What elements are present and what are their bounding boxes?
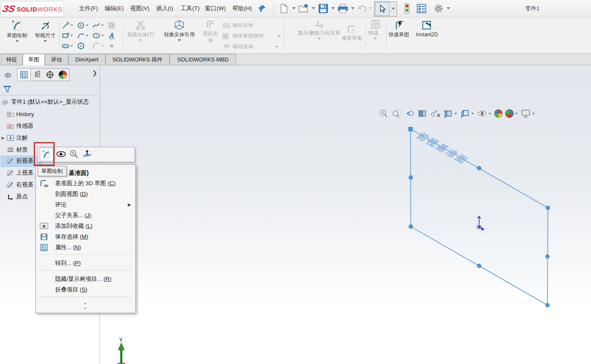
menu-item-save-selection[interactable]: 保存选择 (M) — [36, 231, 135, 242]
menu-expand-chevron-icon[interactable]: ⌄⌄ — [36, 300, 135, 310]
fillet-tool[interactable] — [91, 41, 107, 51]
view-settings-dropdown[interactable] — [532, 113, 535, 114]
save-dropdown[interactable] — [331, 7, 335, 9]
menu-view[interactable]: 视图(V) — [126, 0, 154, 17]
select-cursor-icon[interactable] — [375, 2, 389, 16]
menu-item-collapse-items[interactable]: 折叠项目 (S) — [36, 284, 135, 295]
view-orientation-dropdown[interactable] — [454, 113, 457, 114]
menu-item-comment[interactable]: 评论 ▶ — [36, 199, 135, 210]
section-view-icon[interactable] — [416, 108, 428, 119]
tab-addins[interactable]: SOLIDWORKS 插件 — [105, 54, 170, 65]
tab-sketch[interactable]: 草图 — [23, 54, 45, 65]
menu-item-parent-child[interactable]: 父子关系... (J) — [36, 210, 135, 221]
hide-show-eye-icon[interactable] — [56, 150, 66, 159]
featuremanager-tab[interactable] — [2, 69, 15, 81]
menu-item-section-view[interactable]: 剖面视图 (D) — [36, 189, 135, 199]
rectangle-tool[interactable] — [61, 30, 76, 41]
smart-dimension-dropdown[interactable] — [44, 40, 47, 42]
apply-scene-icon[interactable] — [504, 108, 519, 119]
sketch-button-dropdown[interactable] — [15, 40, 19, 42]
zoom-to-selection-icon[interactable] — [69, 149, 79, 160]
ribbon-sketch-toolbar: 草图绘制 智能尺寸 A 剪裁实体(T) — [0, 17, 591, 54]
undo-button[interactable] — [356, 2, 369, 15]
slot-tool[interactable] — [61, 41, 76, 51]
settings-dropdown[interactable] — [447, 7, 450, 9]
select-tool-group[interactable] — [374, 1, 397, 17]
open-document-button[interactable] — [297, 2, 310, 15]
tab-dimxpert[interactable]: DimXpert — [68, 54, 105, 65]
edit-appearance-icon[interactable] — [493, 108, 503, 119]
new-document-button[interactable] — [278, 2, 290, 15]
tree-item-sensors[interactable]: 传感器 — [0, 120, 99, 132]
annotation-view-icon[interactable]: A — [429, 108, 441, 119]
normal-to-icon[interactable] — [82, 149, 93, 160]
menu-tools[interactable]: 工具(T) — [176, 0, 204, 17]
tab-features[interactable]: 特征 — [1, 54, 23, 65]
menu-item-add-to-favorites[interactable]: 添加到收藏 (L) — [36, 221, 135, 231]
tree-root-part[interactable]: 零件1 (默认<<默认>_显示状态 — [0, 96, 99, 108]
history-folder-icon — [6, 111, 15, 117]
reference-triad: Y — [114, 337, 129, 364]
display-style-dropdown[interactable] — [471, 113, 474, 114]
hide-show-items-icon[interactable] — [476, 108, 492, 119]
view-settings-icon[interactable] — [520, 108, 536, 119]
propertymanager-tab[interactable] — [18, 69, 31, 81]
zoom-area-icon[interactable] — [391, 108, 403, 119]
smart-dimension-button[interactable]: 智能尺寸 — [32, 19, 59, 42]
filter-funnel-icon[interactable] — [3, 84, 12, 94]
point-tool[interactable] — [107, 41, 122, 51]
menu-help[interactable]: 帮助(H) — [228, 0, 256, 17]
arc-tool[interactable] — [76, 30, 91, 41]
apply-scene-dropdown[interactable] — [515, 113, 518, 114]
menu-edit[interactable]: 编辑(E) — [100, 0, 128, 17]
sketch-picture-tool[interactable] — [107, 20, 122, 30]
circle-tool[interactable] — [76, 20, 91, 30]
menu-insert[interactable]: 插入(I) — [152, 0, 178, 17]
menu-window[interactable]: 窗口(W) — [201, 0, 230, 17]
expand-arrow-icon[interactable]: ▶ — [0, 136, 6, 140]
menu-item-3d-sketch[interactable]: 3D 基准面上的 3D 草图 (C) — [36, 178, 135, 189]
text-tool[interactable]: A — [107, 30, 122, 41]
configurationmanager-tab[interactable] — [31, 69, 44, 81]
save-button[interactable] — [317, 2, 330, 15]
dimxpertmanager-tab[interactable] — [44, 69, 56, 81]
select-dropdown[interactable] — [392, 8, 395, 10]
trim-entities-dropdown — [139, 39, 142, 41]
options-list-icon[interactable] — [415, 2, 428, 15]
displaymanager-tab[interactable] — [56, 69, 69, 81]
ellipse-tool[interactable] — [91, 30, 107, 41]
menu-item-properties[interactable]: 属性... (N) — [36, 242, 135, 253]
svg-text:A: A — [437, 113, 440, 118]
menu-file[interactable]: 文件(F) — [75, 0, 102, 17]
plane-icon — [6, 182, 15, 188]
tree-item-history[interactable]: History — [0, 108, 99, 120]
line-tool[interactable] — [61, 20, 76, 30]
display-style-icon[interactable] — [459, 108, 475, 119]
sketch-button[interactable]: 草图绘制 — [3, 19, 31, 42]
menu-bar: ЗS SOLIDWORKS 文件(F) 编辑(E) 视图(V) 插入(I) 工具… — [0, 0, 591, 17]
convert-entities-dropdown[interactable] — [178, 39, 181, 41]
tab-evaluate[interactable]: 评估 — [45, 54, 68, 65]
tab-mbd[interactable]: SOLIDWORKS MBD — [170, 54, 236, 65]
instant2d-label: Instant2D — [416, 32, 438, 38]
instant2d-button[interactable]: Instant2D — [411, 19, 443, 38]
pin-icon[interactable] — [258, 4, 266, 14]
settings-gear-icon[interactable] — [432, 2, 445, 15]
polygon-tool[interactable] — [76, 41, 91, 51]
spline-tool[interactable] — [91, 20, 107, 30]
view-orientation-icon[interactable] — [442, 108, 458, 119]
material-icon — [6, 147, 15, 153]
menu-item-go-to[interactable]: 转到... (P) — [36, 258, 135, 268]
panel-expand-arrow[interactable]: ❯ — [92, 70, 97, 76]
menu-item-hide-show-tree[interactable]: 隐藏/显示树项目... (R) — [36, 274, 135, 284]
hide-show-dropdown[interactable] — [489, 113, 491, 114]
open-document-dropdown[interactable] — [312, 7, 315, 9]
zoom-fit-icon[interactable] — [378, 108, 390, 119]
sketch-button-label: 草图绘制 — [7, 32, 27, 39]
rapid-sketch-button[interactable]: 快速草图 — [388, 19, 410, 38]
new-document-dropdown[interactable] — [292, 7, 296, 9]
rebuild-traffic-light-icon[interactable] — [401, 2, 413, 15]
previous-view-icon[interactable] — [404, 108, 415, 119]
linear-pattern-button: 线性草图阵列 — [222, 32, 281, 40]
convert-entities-button[interactable]: 转换实体引用 — [157, 19, 202, 41]
